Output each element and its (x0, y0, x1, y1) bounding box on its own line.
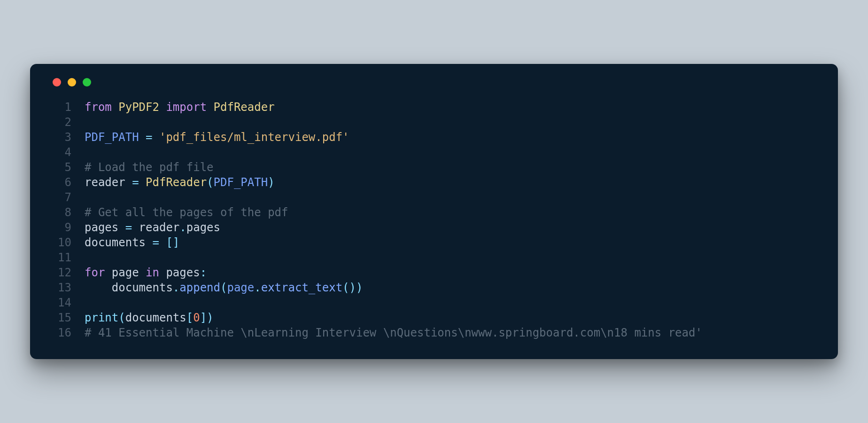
code-line[interactable]: 13 documents.append(page.extract_text()) (49, 280, 814, 295)
token: documents (85, 236, 153, 249)
token: for (85, 266, 112, 279)
code-content[interactable] (85, 250, 91, 265)
code-content[interactable]: # 41 Essential Machine \nLearning Interv… (85, 325, 702, 340)
code-line[interactable]: 4 (49, 145, 814, 160)
line-number: 3 (49, 130, 71, 145)
line-number: 14 (49, 295, 71, 310)
line-number: 6 (49, 175, 71, 190)
token: PDF_PATH (85, 131, 146, 144)
token: 'pdf_files/ml_interview.pdf' (159, 131, 349, 144)
code-line[interactable]: 2 (49, 115, 814, 130)
code-line[interactable]: 7 (49, 190, 814, 205)
code-line[interactable]: 14 (49, 295, 814, 310)
token: # Get all the pages of the pdf (85, 206, 288, 219)
token: ( (118, 311, 125, 324)
token: = (146, 131, 159, 144)
line-number: 11 (49, 250, 71, 265)
code-content[interactable]: reader = PdfReader(PDF_PATH) (85, 175, 275, 190)
token: documents (125, 311, 186, 324)
token: # 41 Essential Machine \nLearning Interv… (85, 326, 702, 339)
token: in (146, 266, 166, 279)
code-content[interactable] (85, 115, 91, 130)
token: pages (166, 266, 200, 279)
code-editor-window: 1from PyPDF2 import PdfReader2 3PDF_PATH… (30, 64, 838, 359)
code-content[interactable] (85, 190, 91, 205)
token: . (254, 281, 261, 294)
code-content[interactable]: PDF_PATH = 'pdf_files/ml_interview.pdf' (85, 130, 349, 145)
token: PdfReader (146, 176, 207, 189)
code-line[interactable]: 15print(documents[0]) (49, 310, 814, 325)
code-content[interactable]: # Get all the pages of the pdf (85, 205, 288, 220)
line-number: 5 (49, 160, 71, 175)
code-line[interactable]: 9pages = reader.pages (49, 220, 814, 235)
token: ( (207, 176, 213, 189)
code-content[interactable]: print(documents[0]) (85, 310, 214, 325)
code-line[interactable]: 5# Load the pdf file (49, 160, 814, 175)
line-number: 12 (49, 265, 71, 280)
line-number: 13 (49, 280, 71, 295)
token: print (85, 311, 118, 324)
token: ( (220, 281, 227, 294)
code-content[interactable] (85, 295, 91, 310)
close-icon[interactable] (53, 78, 61, 86)
minimize-icon[interactable] (68, 78, 76, 86)
token: [ (186, 311, 193, 324)
code-line[interactable]: 8# Get all the pages of the pdf (49, 205, 814, 220)
token: = (125, 221, 139, 234)
line-number: 4 (49, 145, 71, 160)
line-number: 1 (49, 100, 71, 115)
token: reader (85, 176, 132, 189)
token: PdfReader (214, 101, 275, 114)
token: page (227, 281, 254, 294)
token: = (132, 176, 146, 189)
token: . (173, 281, 179, 294)
token: ]) (200, 311, 214, 324)
code-line[interactable]: 3PDF_PATH = 'pdf_files/ml_interview.pdf' (49, 130, 814, 145)
token: extract_text (261, 281, 342, 294)
token: [] (166, 236, 179, 249)
code-line[interactable]: 16# 41 Essential Machine \nLearning Inte… (49, 325, 814, 340)
code-line[interactable]: 10documents = [] (49, 235, 814, 250)
code-content[interactable]: for page in pages: (85, 265, 207, 280)
token: ()) (342, 281, 363, 294)
code-line[interactable]: 11 (49, 250, 814, 265)
line-number: 16 (49, 325, 71, 340)
maximize-icon[interactable] (83, 78, 91, 86)
token (85, 281, 112, 294)
token: append (179, 281, 220, 294)
token: ) (268, 176, 274, 189)
line-number: 8 (49, 205, 71, 220)
line-number: 15 (49, 310, 71, 325)
token: reader (139, 221, 180, 234)
code-area[interactable]: 1from PyPDF2 import PdfReader2 3PDF_PATH… (49, 100, 814, 340)
token: 0 (193, 311, 200, 324)
code-content[interactable]: # Load the pdf file (85, 160, 214, 175)
token: # Load the pdf file (85, 161, 214, 174)
code-line[interactable]: 6reader = PdfReader(PDF_PATH) (49, 175, 814, 190)
token: pages (85, 221, 125, 234)
code-content[interactable]: documents.append(page.extract_text()) (85, 280, 363, 295)
token: PyPDF2 (118, 101, 166, 114)
token: from (85, 101, 118, 114)
token: documents (112, 281, 173, 294)
window-titlebar (49, 78, 814, 86)
token: : (200, 266, 207, 279)
line-number: 9 (49, 220, 71, 235)
code-line[interactable]: 1from PyPDF2 import PdfReader (49, 100, 814, 115)
token: = (153, 236, 166, 249)
line-number: 7 (49, 190, 71, 205)
code-content[interactable] (85, 145, 91, 160)
token: . (179, 221, 186, 234)
token: page (112, 266, 146, 279)
code-content[interactable]: from PyPDF2 import PdfReader (85, 100, 275, 115)
code-content[interactable]: pages = reader.pages (85, 220, 220, 235)
code-content[interactable]: documents = [] (85, 235, 179, 250)
token: PDF_PATH (214, 176, 268, 189)
token: import (166, 101, 213, 114)
token: pages (186, 221, 220, 234)
line-number: 10 (49, 235, 71, 250)
code-line[interactable]: 12for page in pages: (49, 265, 814, 280)
line-number: 2 (49, 115, 71, 130)
